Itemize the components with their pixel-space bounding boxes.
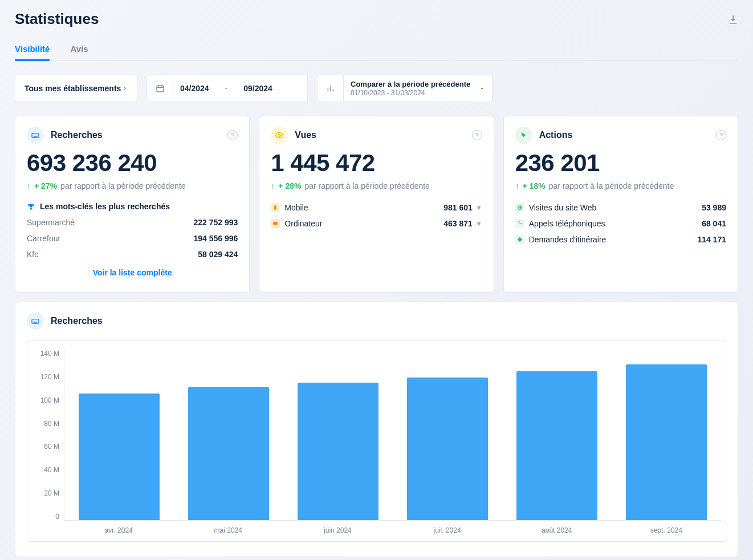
date-from[interactable]: 04/2024 <box>180 84 209 93</box>
bar[interactable] <box>188 387 269 520</box>
action-row: Visites du site Web 53 989 <box>515 203 726 212</box>
keyword-row: Carrefour 194 556 996 <box>27 234 238 243</box>
tab-visibility[interactable]: Visibilité <box>15 44 50 61</box>
filter-bar: Tous mes établissements 04/2024 - 09/202… <box>15 75 738 102</box>
see-full-list-link[interactable]: Voir la liste complète <box>27 268 238 277</box>
desktop-icon <box>271 219 280 228</box>
y-tick: 140 M <box>40 350 59 358</box>
chart-searches: Recherches 140 M120 M100 M80 M60 M40 M20… <box>15 302 738 557</box>
bar-column <box>393 350 502 520</box>
bar[interactable] <box>79 393 160 520</box>
help-icon[interactable]: ? <box>227 130 238 140</box>
y-tick: 80 M <box>44 420 59 428</box>
svg-rect-1 <box>32 133 39 137</box>
actions-trend-text: par rapport à la période précédente <box>549 181 674 190</box>
bar-chart-icon <box>318 75 344 102</box>
action-row: Appels téléphoniques 68 041 <box>515 219 726 228</box>
action-label: Visites du site Web <box>529 203 597 212</box>
bar[interactable] <box>298 383 378 520</box>
keyword-value: 58 029 424 <box>198 250 238 259</box>
action-value: 68 041 <box>702 219 726 228</box>
arrow-up-icon: ↑ <box>27 181 31 190</box>
eye-icon <box>271 127 288 144</box>
phone-icon <box>515 219 524 228</box>
searches-title: Recherches <box>51 130 103 140</box>
action-row: Demandes d'itinéraire 114 171 <box>515 235 726 244</box>
y-tick: 120 M <box>40 373 59 381</box>
keyword-label: Carrefour <box>27 234 60 243</box>
y-axis: 140 M120 M100 M80 M60 M40 M20 M0 <box>32 350 64 521</box>
compare-title: Comparer à la période précédente <box>351 80 470 88</box>
y-tick: 60 M <box>44 443 59 451</box>
chevron-down-icon: ▼ <box>476 204 482 211</box>
chart-canvas: 140 M120 M100 M80 M60 M40 M20 M0 avr. 20… <box>27 340 726 542</box>
help-icon[interactable]: ? <box>472 130 482 140</box>
actions-title: Actions <box>539 130 573 140</box>
device-label: Mobile <box>284 203 308 212</box>
views-trend-text: par rapport à la période précédente <box>304 181 429 190</box>
keyword-value: 194 556 996 <box>193 234 238 243</box>
download-icon[interactable] <box>728 14 738 25</box>
actions-value: 236 201 <box>515 149 726 177</box>
keyword-label: Supermarché <box>27 218 75 227</box>
searches-value: 693 236 240 <box>27 149 238 177</box>
directions-icon <box>515 235 524 244</box>
cursor-icon <box>515 127 532 144</box>
y-tick: 100 M <box>40 396 59 404</box>
y-tick: 40 M <box>44 466 59 474</box>
x-axis: avr. 2024mai 2024juin 2024juil. 2024août… <box>64 526 721 534</box>
searches-subtitle: Les mots-clés les plus recherchés <box>40 202 170 211</box>
bar[interactable] <box>407 378 488 520</box>
device-row[interactable]: Mobile 981 601▼ <box>271 203 482 212</box>
x-tick: août 2024 <box>502 526 612 534</box>
svg-point-2 <box>278 134 280 136</box>
action-label: Appels téléphoniques <box>529 219 605 228</box>
svg-rect-0 <box>157 86 164 92</box>
arrow-up-icon: ↑ <box>515 181 519 190</box>
bar[interactable] <box>626 364 707 520</box>
calendar-icon <box>147 75 173 102</box>
trophy-icon <box>27 202 35 211</box>
views-value: 1 445 472 <box>271 149 482 177</box>
bar-column <box>64 350 174 520</box>
y-tick: 0 <box>55 513 59 521</box>
tab-reviews[interactable]: Avis <box>70 44 88 60</box>
device-row[interactable]: Ordinateur 463 871▼ <box>271 219 482 228</box>
x-tick: juin 2024 <box>283 526 392 534</box>
device-value: 981 601 <box>443 203 473 212</box>
svg-rect-6 <box>32 319 39 323</box>
page-title: Statistiques <box>15 10 99 28</box>
bar-column <box>502 350 612 520</box>
chevron-down-icon <box>479 86 485 92</box>
keyword-row: Kfc 58 029 424 <box>27 250 238 259</box>
date-to[interactable]: 09/2024 <box>243 84 272 93</box>
chevron-right-icon <box>122 86 128 91</box>
help-icon[interactable]: ? <box>716 130 726 140</box>
establishments-dropdown[interactable]: Tous mes établissements <box>15 75 137 102</box>
views-title: Vues <box>295 130 316 140</box>
actions-trend-pct: + 18% <box>523 181 546 190</box>
keyword-value: 222 752 993 <box>193 218 238 227</box>
views-trend-pct: + 28% <box>278 181 301 190</box>
keyword-label: Kfc <box>27 250 38 259</box>
date-range-filter: 04/2024 - 09/2024 <box>146 75 308 102</box>
y-tick: 20 M <box>44 489 59 497</box>
card-views: Vues ? 1 445 472 ↑ + 28% par rapport à l… <box>259 116 494 293</box>
action-value: 114 171 <box>697 235 726 244</box>
device-value: 463 871 <box>443 219 473 228</box>
card-actions: Actions ? 236 201 ↑ + 18% par rapport à … <box>503 116 738 293</box>
compare-period-dropdown[interactable]: Comparer à la période précédente 01/10/2… <box>317 75 492 102</box>
establishments-label: Tous mes établissements <box>25 84 121 93</box>
tabs: Visibilité Avis <box>15 44 738 61</box>
bar-column <box>174 350 283 520</box>
bar[interactable] <box>516 371 597 520</box>
arrow-up-icon: ↑ <box>271 181 275 190</box>
bar-column <box>283 350 393 520</box>
globe-icon <box>515 203 524 212</box>
keyboard-icon <box>27 313 44 330</box>
chevron-down-icon: ▼ <box>476 220 482 227</box>
compare-subtitle: 01/10/2023 - 31/03/2024 <box>351 89 470 97</box>
keyboard-icon <box>27 127 44 144</box>
device-label: Ordinateur <box>284 219 322 228</box>
x-tick: juil. 2024 <box>393 526 502 534</box>
